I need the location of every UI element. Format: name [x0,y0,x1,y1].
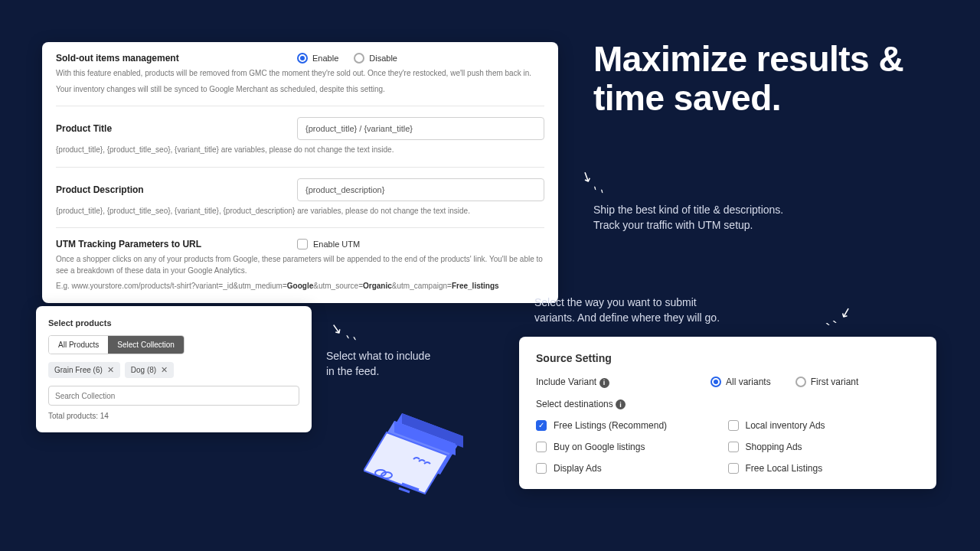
source-setting-title: Source Setting [536,352,920,364]
caption-variants: Select the way you want to submitvariant… [534,295,720,326]
radio-icon [354,53,364,64]
checkbox-icon [728,463,739,474]
product-desc-label: Product Description [56,184,297,195]
product-desc-input[interactable] [297,178,544,201]
checkbox-icon [536,420,547,431]
radio-icon [710,377,721,387]
dest-free-listings[interactable]: Free Listings (Recommend) [536,420,728,431]
product-desc-desc: {product_title}, {product_title_seo}, {v… [56,206,544,217]
headline: Maximize results & time saved. [593,40,980,117]
utm-desc: Once a shopper clicks on any of your pro… [56,254,544,276]
utm-title: UTM Tracking Parameters to URL [56,239,297,249]
total-products: Total products: 14 [48,412,299,420]
select-products-title: Select products [48,318,299,328]
dest-local-inventory[interactable]: Local inventory Ads [728,420,920,431]
svg-line-8 [399,488,410,492]
remove-chip-icon[interactable]: ✕ [107,365,114,375]
collection-chip: Grain Free (6) ✕ [48,362,120,378]
soldout-desc-1: With this feature enabled, products will… [56,68,544,80]
utm-example: E.g. www.yourstore.com/products/t-shirt?… [56,281,544,292]
soldout-enable-radio[interactable]: Enable [297,53,338,64]
checkbox-icon [536,442,547,452]
collection-chip: Dog (8) ✕ [125,362,174,378]
product-title-section: Product Title {product_title}, {product_… [56,106,544,168]
checkbox-icon [297,239,308,249]
product-title-label: Product Title [56,123,297,134]
variant-first-radio[interactable]: First variant [795,377,859,387]
select-products-card: Select products All Products Select Coll… [36,306,312,432]
dest-buy-on-google[interactable]: Buy on Google listings [536,442,728,452]
remove-chip-icon[interactable]: ✕ [161,365,168,375]
soldout-title: Sold-out items management [56,53,297,64]
credit-cards-illustration-icon [364,398,479,513]
caption-titles-desc: Ship the best kind of title & descriptio… [593,202,783,233]
dest-free-local-listings[interactable]: Free Local Listings [728,463,920,474]
select-destinations-label: Select destinations i [536,399,689,410]
source-setting-card: Source Setting Include Variant i All var… [519,337,936,489]
product-title-desc: {product_title}, {product_title_seo}, {v… [56,145,544,156]
product-title-input[interactable] [297,117,544,140]
radio-icon [297,53,308,64]
caption-select-feed: Select what to includein the feed. [326,348,430,380]
info-icon[interactable]: i [599,378,609,388]
search-collection-input[interactable] [48,386,299,406]
checkbox-icon [728,442,739,452]
tab-all-products[interactable]: All Products [49,336,108,354]
product-desc-section: Product Description {product_title}, {pr… [56,168,544,229]
dest-display-ads[interactable]: Display Ads [536,463,728,474]
include-variant-label: Include Variant i [536,377,689,388]
soldout-disable-radio[interactable]: Disable [354,53,397,64]
checkbox-icon [728,420,739,431]
doodle-mark-icon: ↘ ˎˎ [578,167,612,194]
variant-all-radio[interactable]: All variants [710,377,771,387]
soldout-section: Sold-out items management Enable Disable… [56,42,544,106]
info-icon[interactable]: i [616,399,626,409]
dest-shopping-ads[interactable]: Shopping Ads [728,442,920,452]
settings-card: Sold-out items management Enable Disable… [42,42,558,303]
tab-select-collection[interactable]: Select Collection [108,336,183,354]
doodle-mark-icon: ↘ ˎˎ [329,319,361,341]
checkbox-icon [536,463,547,474]
enable-utm-checkbox[interactable]: Enable UTM [297,239,360,249]
soldout-desc-2: Your inventory changes will still be syn… [56,84,544,96]
radio-icon [795,377,806,387]
doodle-mark-icon: ˎˎ ↙ [822,302,854,326]
utm-section: UTM Tracking Parameters to URL Enable UT… [56,228,544,303]
select-tabs: All Products Select Collection [48,335,185,354]
